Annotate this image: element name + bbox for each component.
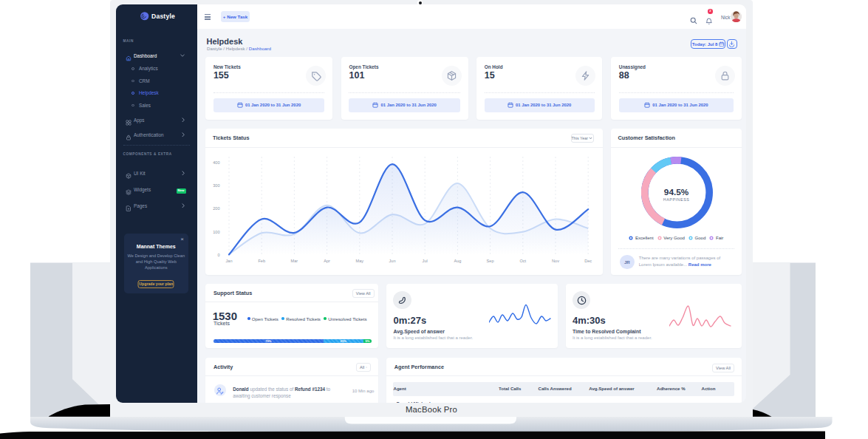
svg-text:Feb: Feb (258, 259, 265, 263)
svg-text:May: May (355, 259, 363, 263)
svg-text:400: 400 (213, 160, 219, 165)
svg-text:Oct: Oct (519, 259, 526, 263)
svg-text:300: 300 (213, 183, 219, 188)
svg-text:100: 100 (213, 230, 219, 234)
svg-text:Jan: Jan (225, 259, 232, 263)
svg-text:200: 200 (213, 206, 219, 211)
svg-text:Dec: Dec (584, 259, 592, 263)
svg-text:Sep: Sep (486, 259, 493, 263)
svg-text:Aug: Aug (454, 259, 461, 263)
svg-text:Mar: Mar (290, 259, 298, 263)
svg-text:Nov: Nov (552, 259, 559, 263)
svg-text:Jun: Jun (389, 259, 395, 263)
svg-text:Jul: Jul (422, 259, 427, 263)
svg-text:Apr: Apr (324, 259, 330, 263)
svg-text:0: 0 (217, 253, 219, 257)
